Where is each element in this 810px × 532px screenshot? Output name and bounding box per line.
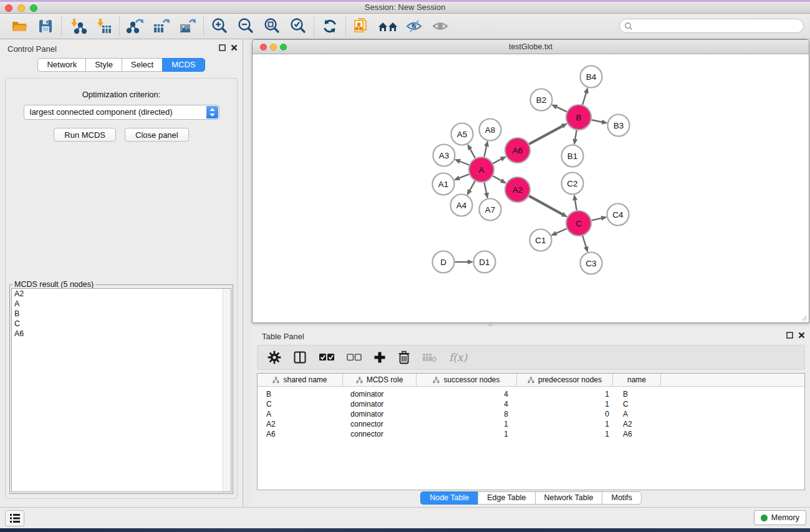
tab-mcds[interactable]: MCDS [162,58,205,72]
plus-icon [374,351,386,364]
first-neighbors-button[interactable] [375,16,401,37]
show-all-button[interactable] [427,16,453,37]
table-cell: 1 [517,389,613,399]
table-row[interactable]: A2connector11A2 [258,419,804,429]
close-panel-icon[interactable] [231,44,238,51]
graph-edge-A-A3[interactable] [460,162,470,165]
list-item[interactable]: A6 [12,329,231,339]
list-item[interactable]: C [12,319,231,329]
tab-select[interactable]: Select [122,58,162,72]
select-all-columns-button[interactable] [319,353,335,362]
float-panel-icon[interactable] [219,44,226,51]
close-panel-icon[interactable] [798,332,805,339]
result-list-scrollbar[interactable] [223,289,231,491]
graph-edge-A-A5[interactable] [470,148,475,158]
export-network-icon [126,17,145,36]
new-network-from-selection-button[interactable] [349,16,375,37]
mcds-result-list: A2ABCA6 [11,288,231,492]
tab-node-table[interactable]: Node Table [420,491,478,505]
graph-edge-C-C3[interactable] [582,236,586,248]
status-bar: Memory [0,507,810,528]
first-neighbors-houses-icon [377,17,398,36]
delete-table-button[interactable] [422,352,437,363]
graph-edge-A-A1[interactable] [459,174,470,178]
graph-edge-B-B1[interactable] [575,130,577,140]
add-column-button[interactable] [374,351,386,364]
search-input[interactable] [619,19,804,33]
export-table-button[interactable] [148,16,175,37]
run-mcds-button[interactable]: Run MCDS [54,128,116,142]
import-table-button[interactable] [90,16,117,37]
column-header[interactable]: predecessor nodes [517,374,613,386]
graph-edge-C-C4[interactable] [592,218,602,221]
graph-node-label: A4 [456,201,467,210]
refresh-view-button[interactable] [317,16,343,37]
table-panel: Table Panel [252,327,810,507]
tab-network[interactable]: Network [37,58,85,72]
table-cell: A [258,409,343,419]
zoom-fit-button[interactable] [259,16,285,37]
close-panel-button[interactable]: Close panel [125,128,189,142]
graph-edge-B-B2[interactable] [556,107,567,112]
graph-edge-A2-C[interactable] [529,196,562,215]
table-row[interactable]: Bdominator41B [258,389,804,399]
graph-edge-A-A6[interactable] [493,159,502,163]
new-network-from-selection-icon [352,17,371,36]
table-cell: dominator [343,389,417,399]
column-type-icon [528,377,534,384]
delete-columns-button[interactable] [398,351,410,364]
network-window-titlebar[interactable]: testGlobe.txt [253,40,809,54]
graph-node-label: B4 [586,72,597,82]
graph-edge-C-C2[interactable] [575,200,577,210]
tab-style[interactable]: Style [85,58,122,72]
window-resize-grip[interactable] [800,314,808,321]
network-canvas[interactable]: B4B2BB3A8A5A6B1A3AC2A1A2A4A7C4CC1DD1C3 [253,55,809,322]
column-header[interactable]: MCDS role [343,374,417,386]
graph-edge-A-A2[interactable] [493,176,501,181]
tab-edge-table[interactable]: Edge Table [478,491,534,505]
column-header[interactable]: successor nodes [417,374,517,386]
table-cell: 4 [417,399,517,409]
table-row[interactable]: Cdominator41C [258,399,804,409]
graph-edge-A6-B[interactable] [529,126,563,144]
column-header[interactable]: shared name [258,374,343,386]
panel-divider-handle[interactable] [488,324,493,326]
zoom-out-button[interactable] [233,16,259,37]
zoom-in-button[interactable] [206,16,233,37]
graph-node-label: A2 [513,185,523,195]
memory-button[interactable]: Memory [754,510,806,525]
float-panel-icon[interactable] [786,332,793,339]
column-header-label: predecessor nodes [538,375,602,384]
graph-edge-B-B3[interactable] [592,120,602,122]
export-image-button[interactable] [175,16,201,37]
list-item[interactable]: B [12,309,231,319]
unselect-all-columns-button[interactable] [347,354,362,361]
zoom-selected-button[interactable] [285,16,311,37]
tab-motifs[interactable]: Motifs [602,491,641,505]
open-session-button[interactable] [6,16,32,37]
graph-edge-B-B4[interactable] [582,92,586,105]
eye-slash-icon [405,17,423,36]
table-row[interactable]: Adominator80A [258,409,804,419]
hide-selected-button[interactable] [401,16,427,37]
graph-edge-A-A7[interactable] [485,183,487,194]
table-cell: A [613,409,661,419]
list-item[interactable]: A [12,299,231,309]
table-row[interactable]: A6connector11A6 [258,429,804,439]
column-header-label: shared name [283,375,327,384]
tab-network-table[interactable]: Network Table [535,491,602,505]
show-columns-button[interactable] [293,351,307,364]
graph-edge-C-C1[interactable] [556,229,567,234]
save-session-button[interactable] [32,16,59,37]
import-network-button[interactable] [64,16,90,37]
column-header[interactable]: name [613,374,661,386]
graph-edge-A-A8[interactable] [485,146,487,157]
function-builder-button[interactable]: f(x) [449,351,467,364]
export-network-button[interactable] [122,16,148,37]
list-item[interactable]: A2 [12,289,231,299]
graph-edge-A-A4[interactable] [470,181,475,191]
criterion-dropdown[interactable]: largest connected component (directed) [24,105,219,120]
task-history-button[interactable] [5,510,24,526]
table-settings-button[interactable] [268,351,281,364]
graph-node-label: C3 [586,259,596,268]
